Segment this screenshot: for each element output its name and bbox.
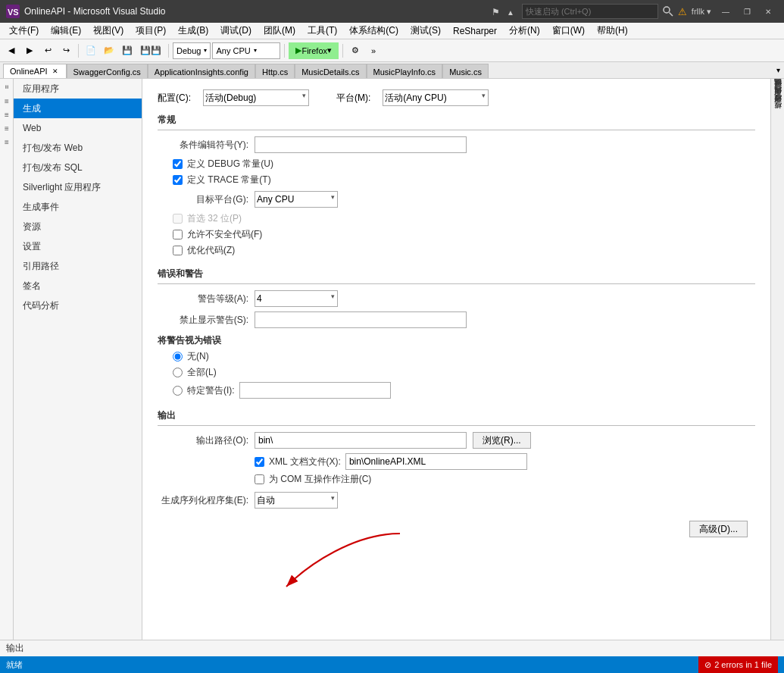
tab-onlineapi-close[interactable]: ✕ bbox=[51, 67, 60, 76]
define-trace-checkbox[interactable] bbox=[173, 175, 183, 185]
specific-warnings-input[interactable] bbox=[239, 382, 391, 399]
menu-build[interactable]: 生成(B) bbox=[172, 23, 214, 39]
radio-specific-label: 特定警告(I): bbox=[187, 384, 235, 397]
browse-button[interactable]: 浏览(R)... bbox=[473, 432, 531, 449]
menu-project[interactable]: 项目(P) bbox=[130, 23, 172, 39]
tab-httpcs[interactable]: Http.cs bbox=[255, 64, 295, 79]
conditional-symbols-input[interactable] bbox=[255, 136, 467, 153]
tab-musicdetails[interactable]: MusicDetails.cs bbox=[295, 64, 366, 79]
radio-specific[interactable] bbox=[173, 386, 183, 396]
tab-onlineapi[interactable]: OnlineAPI ✕ bbox=[3, 64, 67, 79]
run-button[interactable]: ▶ Firefox ▾ bbox=[289, 42, 339, 59]
right-strip-item-2[interactable]: 调试属性提示 bbox=[771, 89, 785, 95]
menu-architecture[interactable]: 体系结构(C) bbox=[343, 23, 404, 39]
advanced-button[interactable]: 高级(D)... bbox=[689, 521, 748, 537]
side-nav-icon-5[interactable]: ≡ bbox=[0, 135, 14, 149]
nav-silverlight[interactable]: Silverlight 应用程序 bbox=[14, 177, 142, 197]
side-nav-icon-1[interactable]: ≡ bbox=[0, 80, 14, 94]
toolbar-save-all-button[interactable]: 💾💾 bbox=[137, 42, 164, 59]
toolbar-sep-4 bbox=[342, 44, 343, 58]
nav-build-events[interactable]: 生成事件 bbox=[14, 197, 142, 217]
radio-all-label: 全部(L) bbox=[187, 366, 217, 379]
nav-resources[interactable]: 资源 bbox=[14, 217, 142, 236]
com-interop-checkbox[interactable] bbox=[255, 474, 264, 484]
menu-edit[interactable]: 编辑(E) bbox=[45, 23, 87, 39]
optimize-code-checkbox[interactable] bbox=[173, 246, 183, 255]
menu-resharper[interactable]: ReSharper bbox=[447, 24, 503, 38]
section-output-title: 输出 bbox=[158, 409, 755, 426]
menu-test[interactable]: 测试(S) bbox=[404, 23, 447, 39]
menu-file[interactable]: 文件(F) bbox=[3, 23, 45, 39]
prefer32-checkbox[interactable] bbox=[173, 214, 183, 224]
right-strip-item-5[interactable]: 模板 bbox=[771, 112, 785, 118]
nav-reference-paths[interactable]: 引用路径 bbox=[14, 256, 142, 276]
menu-tools[interactable]: 工具(T) bbox=[301, 23, 343, 39]
nav-application[interactable]: 应用程序 bbox=[14, 79, 142, 99]
signal-icon: ▲ bbox=[507, 6, 517, 17]
allow-unsafe-checkbox[interactable] bbox=[173, 230, 183, 239]
quick-launch-input[interactable] bbox=[522, 4, 658, 19]
xml-doc-checkbox[interactable] bbox=[255, 457, 264, 467]
com-interop-label: 为 COM 互操作作注册(C) bbox=[269, 473, 371, 486]
side-nav-icon-2[interactable]: ≡ bbox=[0, 94, 14, 108]
restore-button[interactable]: ❐ bbox=[737, 4, 757, 19]
cpu-label: Any CPU bbox=[216, 46, 250, 55]
menu-team[interactable]: 团队(M) bbox=[258, 23, 301, 39]
nav-publish-web[interactable]: 打包/发布 Web bbox=[14, 138, 142, 158]
toolbar-save-button[interactable]: 💾 bbox=[119, 42, 136, 59]
define-debug-checkbox[interactable] bbox=[173, 159, 183, 169]
output-path-input[interactable] bbox=[255, 432, 467, 449]
close-button[interactable]: ✕ bbox=[758, 4, 778, 19]
minimize-button[interactable]: — bbox=[716, 4, 736, 19]
cpu-arrow: ▾ bbox=[254, 47, 257, 54]
status-error-badge[interactable]: ⊘ 2 errors in 1 file bbox=[698, 656, 778, 673]
serialization-select[interactable]: 自动 bbox=[255, 492, 338, 509]
nav-publish-sql[interactable]: 打包/发布 SQL bbox=[14, 158, 142, 177]
tab-musicplayinfo[interactable]: MusicPlayInfo.cs bbox=[367, 64, 443, 79]
nav-settings[interactable]: 设置 bbox=[14, 236, 142, 256]
right-strip-item-4[interactable]: 管理器模板 bbox=[771, 105, 785, 111]
toolbar-back-button[interactable]: ◀ bbox=[3, 42, 20, 59]
toolbar-forward-button[interactable]: ▶ bbox=[21, 42, 38, 59]
nav-build[interactable]: 生成 bbox=[14, 99, 142, 118]
define-debug-row: 定义 DEBUG 常量(U) bbox=[173, 158, 755, 171]
toolbar-overflow-button[interactable]: » bbox=[365, 42, 382, 59]
nav-code-analysis[interactable]: 代码分析 bbox=[14, 296, 142, 315]
debug-mode-dropdown[interactable]: Debug ▾ bbox=[173, 42, 211, 59]
toolbar-open-button[interactable]: 📂 bbox=[101, 42, 117, 59]
search-icon bbox=[663, 6, 673, 17]
side-nav-icon-3[interactable]: ≡ bbox=[0, 108, 14, 121]
menu-view[interactable]: 视图(V) bbox=[87, 23, 130, 39]
menu-debug[interactable]: 调试(D) bbox=[214, 23, 258, 39]
target-platform-select[interactable]: Any CPU bbox=[255, 191, 338, 208]
right-strip-item-1[interactable]: 管理磁贴向导 bbox=[771, 82, 785, 88]
radio-none-row: 无(N) bbox=[173, 350, 755, 363]
user-label[interactable]: frllk ▾ bbox=[692, 7, 711, 17]
menu-analyze[interactable]: 分析(N) bbox=[503, 23, 546, 39]
cpu-dropdown[interactable]: Any CPU ▾ bbox=[212, 42, 280, 59]
toolbar-new-button[interactable]: 📄 bbox=[83, 42, 99, 59]
nav-signing[interactable]: 签名 bbox=[14, 276, 142, 296]
radio-all[interactable] bbox=[173, 368, 183, 377]
config-select[interactable]: 活动(Debug) bbox=[203, 89, 309, 106]
warning-level-select[interactable]: 4 bbox=[255, 290, 338, 307]
menu-help[interactable]: 帮助(H) bbox=[591, 23, 634, 39]
suppress-warnings-input[interactable] bbox=[255, 311, 467, 328]
nav-web[interactable]: Web bbox=[14, 118, 142, 138]
radio-none[interactable] bbox=[173, 352, 183, 362]
tab-swaggerconfig-label: SwaggerConfig.cs bbox=[73, 67, 141, 77]
menu-window[interactable]: 窗口(W) bbox=[546, 23, 591, 39]
platform-select[interactable]: 活动(Any CPU) bbox=[383, 89, 489, 106]
right-strip-item-3[interactable]: 应用内容属性 bbox=[771, 97, 785, 103]
allow-unsafe-label: 允许不安全代码(F) bbox=[187, 228, 262, 241]
side-nav-icon-4[interactable]: ≡ bbox=[0, 121, 14, 135]
toolbar-redo-button[interactable]: ↪ bbox=[58, 42, 74, 59]
tab-swaggerconfig[interactable]: SwaggerConfig.cs bbox=[67, 64, 148, 79]
xml-doc-input[interactable] bbox=[345, 453, 527, 470]
toolbar-undo-button[interactable]: ↩ bbox=[39, 42, 56, 59]
conditional-symbols-label: 条件编辑符号(Y): bbox=[158, 139, 248, 152]
tab-musiccs[interactable]: Music.cs bbox=[442, 64, 489, 79]
toolbar-extra-button[interactable]: ⚙ bbox=[347, 42, 364, 59]
tab-appinsights[interactable]: ApplicationInsights.config bbox=[148, 64, 255, 79]
tab-overflow-button[interactable]: ▾ bbox=[772, 62, 784, 78]
